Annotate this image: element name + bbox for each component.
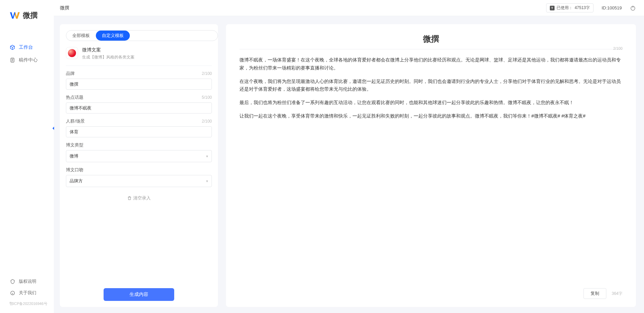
chevron-down-icon: ▾ <box>206 154 208 159</box>
power-icon[interactable] <box>630 5 636 11</box>
cube-icon <box>9 44 15 50</box>
output-paragraph: 在这个夜晚，我们将为您呈现最激动人心的体育比赛，邀请您一起见证历史的时刻。同时，… <box>239 78 622 94</box>
footer-item-label: 关于我们 <box>19 290 36 296</box>
field-topic: 热点话题 5/100 <box>66 94 212 114</box>
tab-custom-templates[interactable]: 自定义模板 <box>96 31 130 41</box>
output-paragraph: 微博不眠夜，一场体育盛宴！在这个夜晚，全球各地的体育爱好者都会在微博上分享他们的… <box>239 56 622 72</box>
chevron-down-icon: ▾ <box>206 179 208 183</box>
clear-label: 清空录入 <box>133 195 151 201</box>
output-char-count: 364字 <box>612 291 622 297</box>
usage-prefix: 已使用： <box>557 5 573 11</box>
weibo-icon <box>66 47 78 59</box>
field-label: 人群/场景 <box>66 118 85 124</box>
template-header: 微博文案 生成【微博】风格的各类文案 <box>60 41 218 65</box>
field-label: 热点话题 <box>66 94 83 100</box>
text-icon: T <box>550 6 555 10</box>
sidebar-item-workspace[interactable]: 工作台 <box>0 41 54 54</box>
template-desc: 生成【微博】风格的各类文案 <box>82 54 135 60</box>
user-id: ID:100519 <box>602 5 622 10</box>
field-scene: 人群/场景 2/100 <box>66 118 212 137</box>
topbar: 微撰 T 已使用： 47513字 ID:100519 <box>54 0 644 16</box>
output-divider: 2/100 <box>239 49 622 49</box>
sidebar-item-label: 稿件中心 <box>19 57 38 63</box>
template-title: 微博文案 <box>82 47 135 53</box>
sidebar-item-drafts[interactable]: 稿件中心 <box>0 54 54 66</box>
logo: 微撰 <box>0 10 54 21</box>
content: 全部模板 自定义模板 微博文案 生成【微博】风格的各类文案 品牌 2 <box>54 16 644 313</box>
footer-item-label: 版权说明 <box>19 278 36 284</box>
generate-bar: 生成内容 <box>60 282 218 307</box>
field-label: 博文口吻 <box>66 167 83 173</box>
output-paragraph: 最后，我们也将为粉丝们准备了一系列有趣的互动活动，让您在观看比赛的同时，也能和其… <box>239 99 622 107</box>
logo-icon <box>9 10 20 21</box>
field-label: 品牌 <box>66 71 75 77</box>
sidebar-nav: 工作台 稿件中心 <box>0 41 54 276</box>
topic-input[interactable] <box>66 102 212 114</box>
field-tone: 博文口吻 品牌方 ▾ <box>66 167 212 187</box>
form: 品牌 2/100 热点话题 5/100 <box>60 66 218 282</box>
sidebar-item-label: 工作台 <box>19 44 33 50</box>
output-footer: 复制 364字 <box>226 288 636 307</box>
brand-input[interactable] <box>66 79 212 90</box>
info-icon <box>9 290 15 296</box>
sidebar: 微撰 工作台 稿件中心 版权说明 <box>0 0 54 313</box>
trash-icon <box>127 196 132 200</box>
field-brand: 品牌 2/100 <box>66 71 212 90</box>
generate-button[interactable]: 生成内容 <box>104 288 174 301</box>
scene-input[interactable] <box>66 126 212 137</box>
panel-output: 微撰 2/100 微博不眠夜，一场体育盛宴！在这个夜晚，全球各地的体育爱好者都会… <box>226 24 636 307</box>
clear-button[interactable]: 清空录入 <box>66 192 212 201</box>
breadcrumb: 微撰 <box>60 5 69 11</box>
icp-text: 鄂ICP备2022016946号 <box>0 299 54 306</box>
tone-select[interactable]: 品牌方 ▾ <box>66 175 212 187</box>
select-value: 微博 <box>70 153 78 159</box>
main: 微撰 T 已使用： 47513字 ID:100519 全部模板 自定义模板 <box>54 0 644 313</box>
field-count: 2/100 <box>202 71 212 76</box>
footer-item-copyright[interactable]: 版权说明 <box>9 276 54 287</box>
usage-badge[interactable]: T 已使用： 47513字 <box>546 3 594 12</box>
document-icon <box>9 57 15 63</box>
output-body: 微博不眠夜，一场体育盛宴！在这个夜晚，全球各地的体育爱好者都会在微博上分享他们的… <box>226 56 636 288</box>
field-count: 5/100 <box>202 95 212 100</box>
chevron-left-icon <box>51 126 56 131</box>
logo-text: 微撰 <box>23 10 38 20</box>
collapse-handle[interactable] <box>51 126 56 131</box>
field-count: 2/100 <box>202 119 212 124</box>
tab-all-templates[interactable]: 全部模板 <box>66 31 96 41</box>
field-post-type: 博文类型 微博 ▾ <box>66 142 212 162</box>
post-type-select[interactable]: 微博 ▾ <box>66 150 212 162</box>
output-paragraph: 让我们一起在这个夜晚，享受体育带来的激情和快乐，一起见证胜利和失败的时刻，一起分… <box>239 112 622 120</box>
shield-icon <box>9 278 15 284</box>
sidebar-footer: 版权说明 关于我们 <box>0 276 54 299</box>
template-tabs: 全部模板 自定义模板 <box>66 30 218 41</box>
footer-item-about[interactable]: 关于我们 <box>9 287 54 299</box>
output-title-count: 2/100 <box>613 46 622 50</box>
field-label: 博文类型 <box>66 142 83 148</box>
copy-button[interactable]: 复制 <box>583 288 606 299</box>
usage-value: 47513字 <box>575 5 590 11</box>
select-value: 品牌方 <box>70 178 83 184</box>
panel-form: 全部模板 自定义模板 微博文案 生成【微博】风格的各类文案 品牌 2 <box>60 24 218 307</box>
output-title: 微撰 <box>226 24 636 49</box>
